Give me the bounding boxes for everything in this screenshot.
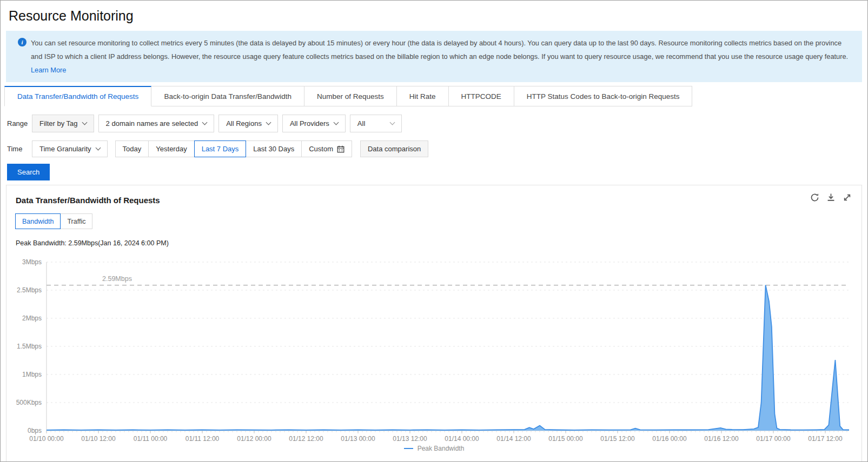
regions-dropdown[interactable]: All Regions	[218, 115, 278, 132]
tab-httpcode[interactable]: HTTPCODE	[448, 86, 514, 106]
svg-text:01/12 12:00: 01/12 12:00	[289, 435, 323, 443]
time-granularity-label: Time Granularity	[39, 145, 91, 153]
svg-text:2Mbps: 2Mbps	[22, 314, 42, 322]
svg-text:1.5Mbps: 1.5Mbps	[17, 343, 42, 350]
legend-item-peak-bandwidth[interactable]: Peak Bandwidth	[16, 445, 852, 452]
tab-back-to-origin[interactable]: Back-to-origin Data Transfer/Bandwidth	[151, 86, 304, 106]
chart-panel-title: Data Transfer/Bandwidth of Requests	[16, 196, 852, 205]
info-icon: i	[18, 38, 26, 46]
svg-text:01/13 00:00: 01/13 00:00	[341, 435, 375, 443]
bandwidth-area-chart[interactable]: 0bps500Kbps1Mbps1.5Mbps2Mbps2.5Mbps3Mbps…	[16, 252, 853, 444]
all-metric-value: All	[357, 119, 365, 128]
providers-value: All Providers	[290, 119, 329, 128]
legend-line-marker	[404, 448, 413, 450]
tab-hit-rate[interactable]: Hit Rate	[396, 86, 449, 106]
svg-text:01/14 00:00: 01/14 00:00	[445, 435, 479, 443]
domain-names-value: 2 domain names are selected	[106, 119, 198, 128]
chevron-down-icon	[95, 145, 101, 151]
refresh-icon[interactable]	[810, 193, 819, 202]
domain-names-dropdown[interactable]: 2 domain names are selected	[98, 115, 215, 132]
svg-text:2.59Mbps: 2.59Mbps	[102, 275, 132, 283]
svg-text:01/13 12:00: 01/13 12:00	[393, 435, 427, 443]
svg-text:01/12 00:00: 01/12 00:00	[237, 435, 271, 443]
chevron-down-icon	[82, 120, 87, 125]
svg-text:01/14 12:00: 01/14 12:00	[496, 435, 531, 443]
banner-text: You can set resource monitoring to colle…	[31, 39, 848, 74]
svg-text:01/17 00:00: 01/17 00:00	[756, 435, 791, 443]
all-metric-dropdown[interactable]: All	[350, 115, 402, 132]
svg-text:01/15 12:00: 01/15 12:00	[600, 435, 635, 443]
svg-text:1Mbps: 1Mbps	[22, 371, 42, 378]
svg-text:01/16 00:00: 01/16 00:00	[652, 435, 687, 443]
info-banner: i You can set resource monitoring to col…	[6, 31, 862, 82]
range-label: Range	[7, 119, 32, 128]
filter-by-tag-label: Filter by Tag	[39, 119, 78, 128]
svg-text:01/16 12:00: 01/16 12:00	[704, 435, 739, 443]
legend-label: Peak Bandwidth	[418, 445, 465, 452]
calendar-icon	[337, 145, 344, 153]
time-filter-row: Time Time Granularity Today Yesterday La…	[7, 140, 867, 157]
time-button-yesterday[interactable]: Yesterday	[148, 140, 194, 157]
time-button-custom[interactable]: Custom	[301, 140, 352, 157]
chevron-down-icon	[202, 120, 208, 125]
chart-toolbar	[810, 193, 852, 202]
bandwidth-traffic-toggle: Bandwidth Traffic	[16, 213, 852, 229]
tab-bar: Data Transfer/Bandwidth of Requests Back…	[5, 86, 862, 106]
resource-monitoring-page: Resource Monitoring i You can set resour…	[0, 0, 868, 462]
filter-by-tag-dropdown[interactable]: Filter by Tag	[32, 115, 94, 132]
page-title: Resource Monitoring	[9, 8, 867, 24]
time-button-last-7-days[interactable]: Last 7 Days	[194, 140, 247, 157]
svg-text:3Mbps: 3Mbps	[22, 258, 42, 266]
download-icon[interactable]	[826, 193, 836, 202]
data-comparison-label: Data comparison	[368, 145, 421, 153]
chevron-down-icon	[389, 120, 395, 125]
toggle-traffic[interactable]: Traffic	[60, 213, 92, 229]
range-filter-row: Range Filter by Tag 2 domain names are s…	[7, 115, 867, 132]
toggle-bandwidth[interactable]: Bandwidth	[15, 213, 61, 229]
chevron-down-icon	[333, 120, 339, 125]
tab-http-status-back-to-origin[interactable]: HTTP Status Codes to Back-to-origin Requ…	[514, 86, 693, 106]
time-button-last-30-days[interactable]: Last 30 Days	[246, 140, 302, 157]
regions-value: All Regions	[226, 119, 262, 128]
svg-text:2.5Mbps: 2.5Mbps	[17, 286, 42, 294]
time-button-today[interactable]: Today	[115, 140, 149, 157]
svg-text:500Kbps: 500Kbps	[16, 399, 42, 406]
time-granularity-dropdown[interactable]: Time Granularity	[32, 140, 108, 157]
learn-more-link[interactable]: Learn More	[31, 66, 66, 74]
svg-text:01/11 12:00: 01/11 12:00	[185, 435, 220, 443]
search-button[interactable]: Search	[7, 164, 50, 180]
svg-text:01/11 00:00: 01/11 00:00	[134, 435, 168, 443]
expand-icon[interactable]	[843, 193, 852, 202]
tab-number-of-requests[interactable]: Number of Requests	[304, 86, 397, 106]
chevron-down-icon	[266, 120, 271, 125]
tab-data-transfer-bandwidth[interactable]: Data Transfer/Bandwidth of Requests	[4, 86, 151, 106]
svg-text:0bps: 0bps	[28, 427, 42, 434]
peak-bandwidth-text: Peak Bandwidth: 2.59Mbps(Jan 16, 2024 6:…	[16, 239, 852, 247]
chart-panel: Data Transfer/Bandwidth of Requests Band…	[6, 185, 862, 462]
custom-label: Custom	[309, 145, 333, 153]
svg-text:01/10 12:00: 01/10 12:00	[81, 435, 116, 443]
svg-text:01/10 00:00: 01/10 00:00	[29, 435, 64, 443]
data-comparison-button[interactable]: Data comparison	[360, 140, 428, 157]
time-label: Time	[7, 145, 32, 153]
svg-text:01/15 00:00: 01/15 00:00	[548, 435, 583, 443]
providers-dropdown[interactable]: All Providers	[282, 115, 346, 132]
svg-text:01/17 12:00: 01/17 12:00	[808, 435, 843, 443]
banner-message: You can set resource monitoring to colle…	[31, 39, 848, 61]
time-range-segmented-group: Today Yesterday Last 7 Days Last 30 Days…	[116, 140, 352, 157]
